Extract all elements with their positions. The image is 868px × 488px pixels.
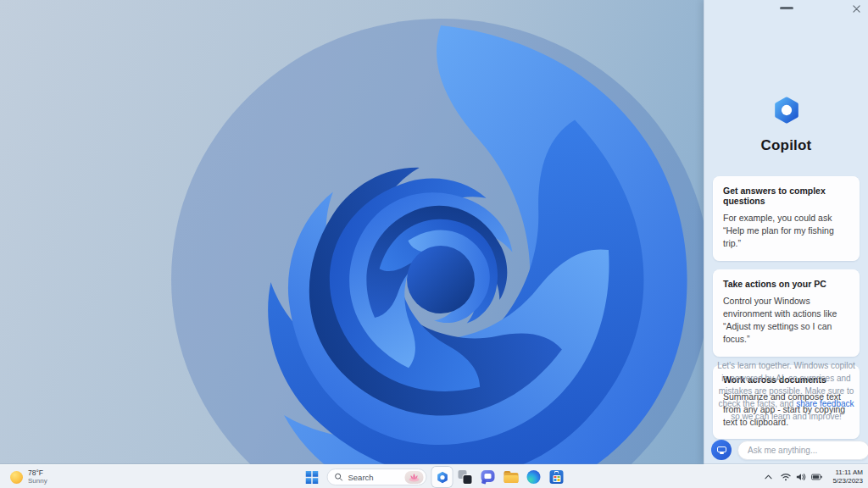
widgets-weather-button[interactable]: 78°F Sunny [7,465,51,488]
folder-icon [504,471,518,483]
chat-input-row [711,440,861,460]
microsoft-store-button[interactable] [547,467,567,487]
file-explorer-button[interactable] [501,467,521,487]
edge-button[interactable] [524,467,544,487]
wallpaper-bloom [0,0,704,488]
task-view-button[interactable] [455,467,476,487]
close-button[interactable] [850,3,862,14]
search-box[interactable]: Search [327,469,427,485]
card-body: Control your Windows environment with ac… [723,295,849,347]
edge-icon [527,470,541,484]
taskbar: 78°F Sunny [0,464,868,488]
task-view-icon [459,470,472,484]
card-body: For example, you could ask “Help me plan… [723,212,849,251]
chat-icon [481,470,495,484]
share-feedback-link[interactable]: share feedback [796,399,854,408]
desktop: Copilot Get answers to complex questions… [0,0,868,488]
chevron-up-icon [765,474,772,480]
copilot-pc-icon [711,440,732,460]
copilot-logo-icon [770,93,804,127]
copilot-icon [435,470,449,485]
minimize-button[interactable] [780,7,793,9]
time: 11:11 AM [835,469,863,477]
clock[interactable]: 11:11 AM 5/23/2023 [829,469,863,486]
taskbar-copilot-button[interactable] [432,467,453,487]
copilot-panel: Copilot Get answers to complex questions… [704,0,868,464]
date: 5/23/2023 [832,477,863,485]
disclaimer-text: so we can learn and improve! [731,412,842,421]
windows-logo-icon [305,471,318,484]
system-tray: 11:11 AM 5/23/2023 [763,465,863,488]
close-icon [853,5,860,13]
panel-title: Copilot [704,137,868,154]
card-title: Take actions on your PC [723,279,849,289]
wifi-icon [781,473,791,481]
ask-input[interactable] [737,441,868,460]
network-volume-battery-button[interactable] [779,473,824,481]
battery-icon [811,474,822,480]
search-icon [335,473,343,481]
card-take-actions: Take actions on your PC Control your Win… [713,269,860,357]
weather-condition: Sunny [28,477,47,485]
card-get-answers: Get answers to complex questions For exa… [713,176,860,261]
taskbar-center: Search [302,465,567,488]
hidden-icons-button[interactable] [763,474,774,480]
search-highlight-lotus-icon [405,471,424,484]
volume-icon [796,473,806,481]
chat-button[interactable] [478,467,498,487]
ai-disclaimer: Let’s learn together. Windows copilot is… [715,359,858,423]
weather-temperature: 78°F [28,469,47,478]
card-title: Get answers to complex questions [723,186,849,206]
start-button[interactable] [302,467,322,487]
sun-icon [10,471,23,484]
store-icon [550,470,564,484]
search-placeholder: Search [348,473,400,482]
